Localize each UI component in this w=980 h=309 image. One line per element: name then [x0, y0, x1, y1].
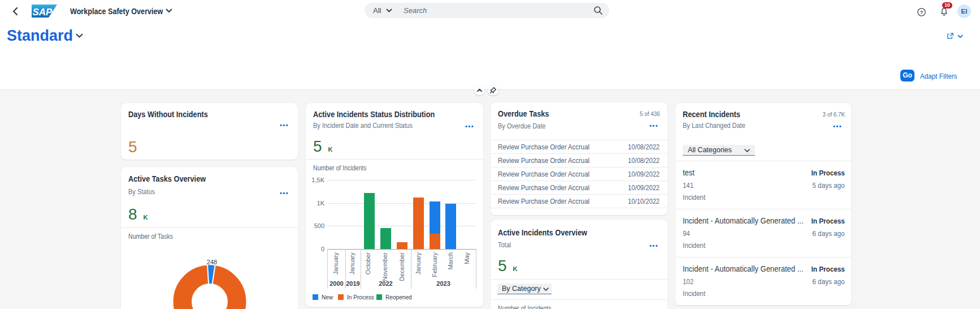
- svg-text:SAP: SAP: [33, 7, 53, 18]
- svg-text:?: ?: [920, 9, 923, 15]
